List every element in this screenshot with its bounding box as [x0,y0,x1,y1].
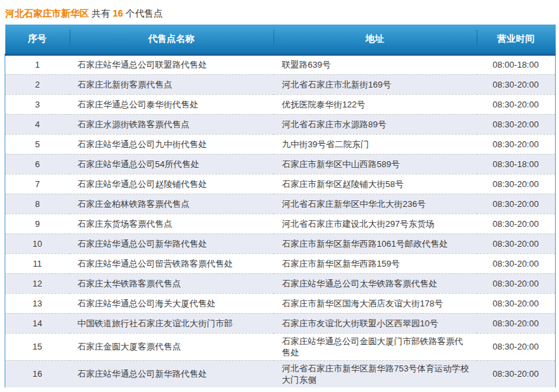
table-body: 1石家庄站华通总公司联盟路代售处联盟路639号08:00-18:002石家庄北新… [5,54,556,387]
cell-address: 河北省石家庄新华区中华北大街236号 [274,194,477,214]
table-row: 1石家庄站华通总公司联盟路代售处联盟路639号08:00-18:00 [5,54,556,74]
cell-serial-number: 16 [5,360,70,387]
table-row: 4石家庄水源街铁路客票代售点河北省石家庄市水源路89号08:30-20:00 [5,114,556,134]
cell-agency-name: 石家庄站华通总公司联盟路代售处 [70,54,274,74]
cell-address: 石家庄站华通总公司金圆大厦门市部铁路客票代售处 [274,333,477,360]
cell-address: 石家庄市新华区国海大酒店友谊大街178号 [274,293,477,313]
cell-business-hours: 08:30-20:00 [477,74,556,94]
cell-address: 石家庄市新华区新华西路159号 [274,253,477,273]
cell-serial-number: 4 [5,114,70,134]
table-row: 13石家庄站华通总公司海关大厦代售处石家庄市新华区国海大酒店友谊大街178号08… [5,293,556,313]
cell-serial-number: 8 [5,194,70,214]
cell-business-hours: 08:30-20:00 [477,94,556,114]
cell-serial-number: 15 [5,333,70,360]
cell-serial-number: 3 [5,94,70,114]
header-address: 地址 [274,25,477,54]
cell-business-hours: 08:30-20:00 [477,313,556,333]
cell-serial-number: 2 [5,74,70,94]
cell-business-hours: 08:30-20:00 [477,273,556,293]
table-row: 16石家庄站华通总公司新华路代售处河北省石家庄市新华区新华路753号体育运动学校… [5,360,556,387]
cell-address: 联盟路639号 [274,54,477,74]
cell-serial-number: 14 [5,313,70,333]
cell-business-hours: 08:30-20:00 [477,253,556,273]
cell-business-hours: 08:30-20:00 [477,114,556,134]
table-row: 7石家庄站华通总公司赵陵铺代售处石家庄市新华区赵陵铺大街58号08:30-20:… [5,174,556,194]
cell-business-hours: 08:30-20:00 [477,333,556,360]
cell-business-hours: 08:30-18:00 [477,154,556,174]
cell-address: 河北省石家庄市新华区新华路753号体育运动学校大门东侧 [274,360,477,387]
cell-serial-number: 10 [5,233,70,253]
cell-business-hours: 08:30-20:00 [477,293,556,313]
table-row: 11石家庄站华通总公司留营铁路客票代售处石家庄市新华区新华西路159号08:30… [5,253,556,273]
cell-agency-name: 石家庄站华通总公司新华路代售处 [70,233,274,253]
table-row: 12石家庄太华铁路客票代售点石家庄站华通总公司太华铁路客票代售处08:30-20… [5,273,556,293]
cell-serial-number: 13 [5,293,70,313]
agency-table: 序号 代售点名称 地址 营业时间 1石家庄站华通总公司联盟路代售处联盟路639号… [5,25,556,387]
title-prefix: 共有 [92,8,110,19]
cell-business-hours: 08:30-20:00 [477,174,556,194]
cell-address: 优抚医院泰华街122号 [274,94,477,114]
header-agency-name: 代售点名称 [70,25,274,54]
cell-agency-name: 石家庄东货场客票代售点 [70,214,274,233]
cell-agency-name: 石家庄站华通总公司新华路代售处 [70,360,274,387]
cell-agency-name: 石家庄站华通总公司海关大厦代售处 [70,293,274,313]
region-name: 河北石家庄市新华区 [5,8,89,19]
cell-address: 石家庄市新华区赵陵铺大街58号 [274,174,477,194]
cell-address: 石家庄市新华区中山西路589号 [274,154,477,174]
cell-serial-number: 11 [5,253,70,273]
cell-address: 石家庄市友谊北大街联盟小区西翠园10号 [274,313,477,333]
table-row: 15石家庄金圆大厦客票代售点石家庄站华通总公司金圆大厦门市部铁路客票代售处08:… [5,333,556,360]
cell-agency-name: 石家庄站华通总公司赵陵铺代售处 [70,174,274,194]
table-row: 10石家庄站华通总公司新华路代售处石家庄市新华区新华西路1061号邮政代售处08… [5,233,556,253]
cell-agency-name: 石家庄金圆大厦客票代售点 [70,333,274,360]
cell-agency-name: 石家庄站华通总公司54所代售处 [70,154,274,174]
cell-address: 河北省石家庄市建设北大街297号东货场 [274,214,477,233]
cell-agency-name: 石家庄太华铁路客票代售点 [70,273,274,293]
cell-agency-name: 石家庄华通总公司泰华街代售处 [70,94,274,114]
table-header: 序号 代售点名称 地址 营业时间 [5,25,556,54]
cell-address: 石家庄市新华区新华西路1061号邮政代售处 [274,233,477,253]
cell-address: 河北省石家庄市水源路89号 [274,114,477,134]
cell-agency-name: 中国铁道旅行社石家庄友谊北大街门市部 [70,313,274,333]
table-row: 8石家庄金柏林铁路客票代售点河北省石家庄新华区中华北大街236号08:30-20… [5,194,556,214]
cell-serial-number: 6 [5,154,70,174]
cell-business-hours: 08:30-20:00 [477,233,556,253]
cell-serial-number: 12 [5,273,70,293]
header-business-hours: 营业时间 [477,25,556,54]
cell-address: 河北省石家庄市北新街169号 [274,74,477,94]
cell-business-hours: 08:30-20:00 [477,360,556,387]
cell-serial-number: 5 [5,134,70,154]
table-row: 5石家庄站华通总公司九中街代售处九中街39号省二院东门08:30-20:00 [5,134,556,154]
agency-count: 16 [113,8,123,19]
title-suffix: 个代售点 [125,8,163,19]
cell-agency-name: 石家庄金柏林铁路客票代售点 [70,194,274,214]
cell-business-hours: 08:30-20:00 [477,194,556,214]
cell-agency-name: 石家庄水源街铁路客票代售点 [70,114,274,134]
cell-business-hours: 08:30-20:00 [477,134,556,154]
cell-serial-number: 7 [5,174,70,194]
cell-business-hours: 08:30-20:00 [477,214,556,233]
cell-agency-name: 石家庄站华通总公司留营铁路客票代售处 [70,253,274,273]
cell-address: 石家庄站华通总公司太华铁路客票代售处 [274,273,477,293]
table-row: 2石家庄北新街客票代售点河北省石家庄市北新街169号08:30-20:00 [5,74,556,94]
agency-directory-page: 河北石家庄市新华区 共有 16 个代售点 序号 代售点名称 地址 营业时间 1石… [0,0,559,392]
cell-agency-name: 石家庄站华通总公司九中街代售处 [70,134,274,154]
header-serial-number: 序号 [5,25,70,54]
page-title: 河北石家庄市新华区 共有 16 个代售点 [0,0,559,25]
table-row: 6石家庄站华通总公司54所代售处石家庄市新华区中山西路589号08:30-18:… [5,154,556,174]
table-row: 14中国铁道旅行社石家庄友谊北大街门市部石家庄市友谊北大街联盟小区西翠园10号0… [5,313,556,333]
cell-serial-number: 1 [5,54,70,74]
table-row: 3石家庄华通总公司泰华街代售处优抚医院泰华街122号08:30-20:00 [5,94,556,114]
cell-agency-name: 石家庄北新街客票代售点 [70,74,274,94]
cell-business-hours: 08:00-18:00 [477,54,556,74]
cell-address: 九中街39号省二院东门 [274,134,477,154]
cell-serial-number: 9 [5,214,70,233]
table-row: 9石家庄东货场客票代售点河北省石家庄市建设北大街297号东货场08:30-20:… [5,214,556,233]
